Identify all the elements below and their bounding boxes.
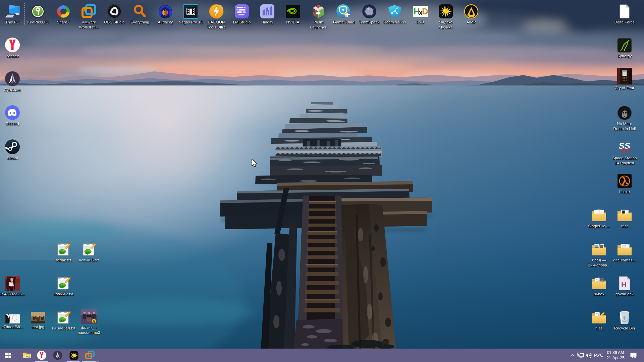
- svg-text:D: D: [422, 6, 428, 16]
- svg-text:H: H: [621, 280, 627, 289]
- svg-text:14: 14: [620, 146, 630, 155]
